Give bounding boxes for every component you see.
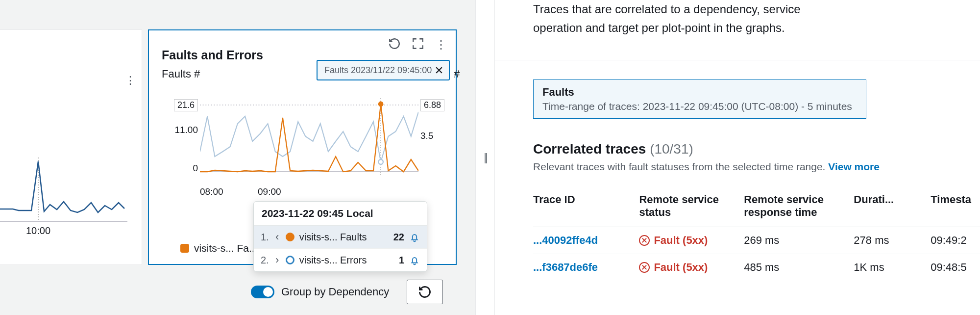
- group-by-dependency-toggle[interactable]: Group by Dependency: [251, 286, 389, 298]
- y-axis-right: 6.88 3.5: [420, 88, 448, 206]
- col-duration[interactable]: Durati...: [854, 185, 931, 227]
- svg-point-5: [378, 159, 383, 164]
- y-axis-left: 21.6 11.00 0: [171, 88, 198, 206]
- toggle-switch[interactable]: [251, 286, 274, 298]
- close-icon[interactable]: [434, 65, 444, 75]
- series-dot-icon: [286, 256, 294, 264]
- trace-id-link[interactable]: ...f3687de6fe: [533, 261, 598, 273]
- view-more-link[interactable]: View more: [828, 161, 880, 172]
- line-chart: [200, 98, 418, 186]
- refresh-icon[interactable]: [388, 37, 401, 52]
- card-title: Faults and Errors: [162, 48, 263, 62]
- time-range-info-box: Faults Time-range of traces: 2023-11-22 …: [533, 79, 866, 119]
- status-badge: Fault (5xx): [639, 234, 735, 247]
- trace-id-link[interactable]: ...40092ffe4d: [533, 234, 598, 246]
- col-timestamp[interactable]: Timesta: [931, 185, 980, 227]
- tooltip-heading: 2023-11-22 09:45 Local: [254, 202, 427, 226]
- bell-icon[interactable]: [409, 232, 420, 242]
- right-axis-label: #: [454, 68, 460, 80]
- expand-icon[interactable]: [412, 37, 424, 52]
- left-pane: ⋮ 10:00 ⋮ Faults and Errors Faults # Fau…: [0, 0, 475, 315]
- col-remote-status[interactable]: Remote service status: [639, 185, 744, 227]
- status-badge: Fault (5xx): [639, 261, 735, 274]
- pane-resizer[interactable]: ||: [475, 0, 495, 315]
- selected-timestamp-text: Faults 2023/11/22 09:45:00: [324, 65, 432, 76]
- left-axis-label: Faults #: [162, 68, 200, 80]
- tooltip-row-errors[interactable]: 2. › visits-s... Errors 1: [254, 249, 427, 271]
- datapoint-tooltip: 2023-11-22 09:45 Local 1. ‹ visits-s... …: [253, 201, 427, 272]
- chevron-right-icon: ›: [274, 254, 281, 266]
- x-axis: 08:00 09:00: [200, 186, 418, 202]
- mini-xlabel: 10:00: [26, 225, 50, 236]
- correlated-traces-table: Trace ID Remote service status Remote se…: [533, 185, 980, 281]
- chevron-left-icon: ‹: [274, 231, 281, 243]
- toggle-label: Group by Dependency: [281, 286, 389, 298]
- fault-icon: [639, 235, 650, 246]
- tooltip-row-faults[interactable]: 1. ‹ visits-s... Faults 22: [254, 226, 427, 249]
- right-pane: Traces that are correlated to a dependen…: [495, 0, 980, 315]
- legend-swatch-faults: [180, 244, 189, 253]
- chart-legend: visits-s... Fa...: [180, 242, 258, 254]
- legend-text: visits-s... Fa...: [194, 242, 258, 254]
- chart-plot-area[interactable]: 21.6 11.00 0 6.88 3.5: [161, 88, 450, 206]
- section-subtitle: Relevant traces with fault statuses from…: [533, 161, 980, 173]
- info-subtitle: Time-range of traces: 2023-11-22 09:45:0…: [542, 101, 857, 112]
- col-remote-rt[interactable]: Remote service response time: [744, 185, 854, 227]
- divider: [495, 60, 980, 60]
- card-menu-icon[interactable]: ⋮: [125, 74, 136, 87]
- table-row: ...f3687de6fe Fault (5xx) 485 ms 1K ms 0…: [533, 254, 980, 281]
- info-title: Faults: [542, 86, 857, 99]
- selected-timestamp-pill[interactable]: Faults 2023/11/22 09:45:00: [317, 60, 450, 80]
- svg-point-7: [378, 102, 383, 107]
- col-trace-id[interactable]: Trace ID: [533, 185, 639, 227]
- section-title: Correlated traces (10/31): [533, 141, 980, 157]
- table-row: ...40092ffe4d Fault (5xx) 269 ms 278 ms …: [533, 227, 980, 254]
- series-dot-icon: [286, 233, 294, 241]
- previous-metric-card: ⋮ 10:00: [0, 29, 142, 265]
- bell-icon[interactable]: [409, 255, 420, 265]
- previous-metric-sparkline: 10:00: [0, 158, 127, 236]
- pane-description: Traces that are correlated to a dependen…: [533, 0, 847, 37]
- fault-icon: [639, 262, 650, 273]
- refresh-icon: [418, 285, 432, 299]
- refresh-button[interactable]: [407, 280, 443, 304]
- drag-handle-icon: ||: [484, 151, 486, 164]
- card-menu-icon[interactable]: ⋮: [435, 38, 447, 52]
